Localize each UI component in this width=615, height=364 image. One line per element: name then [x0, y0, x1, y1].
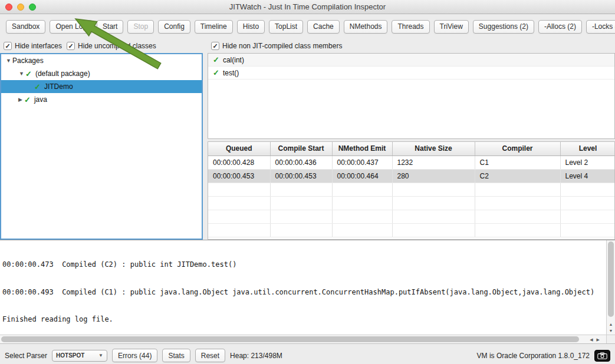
toplist-button[interactable]: TopList [269, 20, 303, 34]
scroll-up-icon[interactable]: ▲ [607, 321, 615, 327]
cell-queued: 00:00:00.453 [208, 169, 270, 183]
stats-button[interactable]: Stats [162, 349, 190, 362]
cell-queued: 00:00:00.428 [208, 155, 270, 169]
log-line: 00:00:00.493 Compiled (C1) : public java… [2, 288, 604, 297]
member-item-cal[interactable]: ✓ cal(int) [208, 54, 614, 67]
horizontal-scrollbar[interactable]: ◀▶ [0, 335, 606, 343]
tree-item-packages[interactable]: ▼ Packages [1, 54, 202, 67]
column-header-compiler[interactable]: Compiler [475, 142, 560, 155]
column-header-queued[interactable]: Queued [208, 142, 270, 155]
titlebar: JITWatch - Just In Time Compilation Insp… [0, 0, 615, 14]
column-header-nmethod-emit[interactable]: NMethod Emit [332, 142, 392, 155]
parser-dropdown[interactable]: HOTSPOT ▼ [52, 350, 107, 362]
open-log-button[interactable]: Open Log [50, 20, 93, 34]
timeline-button[interactable]: Timeline [195, 20, 233, 34]
cell-level: Level 2 [560, 155, 615, 169]
parser-dropdown-value: HOTSPOT [56, 352, 84, 359]
locks-button[interactable]: -Locks (0) [586, 20, 615, 34]
hide-interfaces-checkbox[interactable]: ✓ Hide interfaces [4, 42, 62, 50]
checkbox-check-icon: ✓ [67, 42, 75, 50]
compiled-check-icon: ✓ [213, 68, 219, 77]
member-item-test[interactable]: ✓ test() [208, 67, 614, 80]
scroll-left-right-icons[interactable]: ◀▶ [590, 336, 603, 343]
jitwatch-window: JITWatch - Just In Time Compilation Insp… [0, 0, 615, 364]
stop-button[interactable]: Stop [127, 20, 154, 34]
cache-button[interactable]: Cache [307, 20, 340, 34]
camera-icon [597, 352, 607, 359]
allocs-button[interactable]: -Allocs (2) [538, 20, 582, 34]
member-panel-header: ✓ Hide non JIT-compiled class members [208, 39, 615, 53]
tree-item-label: Packages [12, 57, 44, 65]
vm-info-label: VM is Oracle Corporation 1.8.0_172 [477, 352, 590, 360]
cell-native-size: 1232 [392, 155, 475, 169]
checkbox-check-icon: ✓ [4, 42, 12, 50]
member-label: cal(int) [223, 56, 244, 64]
table-empty-row [208, 183, 615, 196]
hide-non-jit-label: Hide non JIT-compiled class members [222, 42, 342, 50]
hide-interfaces-label: Hide interfaces [15, 42, 62, 50]
sandbox-button[interactable]: Sandbox [6, 20, 45, 34]
disclosure-open-icon[interactable]: ▼ [5, 58, 12, 64]
log-area: 00:00:00.473 Compiled (C2) : public int … [0, 240, 615, 344]
table-empty-row [208, 210, 615, 223]
table-header-row: Queued Compile Start NMethod Emit Native… [208, 142, 615, 155]
nmethods-button[interactable]: NMethods [344, 20, 388, 34]
vertical-scrollbar-thumb[interactable] [608, 241, 614, 317]
compiled-check-icon: ✓ [25, 70, 32, 78]
reset-button[interactable]: Reset [195, 349, 225, 362]
column-header-native-size[interactable]: Native Size [392, 142, 475, 155]
column-header-level[interactable]: Level [560, 142, 615, 155]
tree-item-label: (default package) [35, 70, 90, 78]
package-panel-header: ✓ Hide interfaces ✓ Hide uncompiled clas… [0, 39, 203, 53]
disclosure-open-icon[interactable]: ▼ [18, 71, 25, 77]
tree-item-label: JITDemo [44, 82, 73, 91]
tree-item-java[interactable]: ▶ ✓ java [1, 93, 202, 106]
member-list: ✓ cal(int) ✓ test() [208, 53, 615, 139]
member-label: test() [223, 69, 239, 77]
package-panel: ✓ Hide interfaces ✓ Hide uncompiled clas… [0, 39, 203, 240]
log-output[interactable]: 00:00:00.473 Compiled (C2) : public int … [0, 240, 606, 335]
hide-uncompiled-checkbox[interactable]: ✓ Hide uncompiled classes [67, 42, 156, 50]
screenshot-button[interactable] [594, 350, 610, 362]
vertical-scrollbar[interactable]: ▲ ▼ [606, 240, 615, 335]
threads-button[interactable]: Threads [392, 20, 429, 34]
start-button[interactable]: Start [97, 20, 123, 34]
cell-compiler: C2 [475, 169, 560, 183]
config-button[interactable]: Config [158, 20, 190, 34]
member-panel: ✓ Hide non JIT-compiled class members ✓ … [208, 39, 615, 139]
suggestions-button[interactable]: Suggestions (2) [473, 20, 534, 34]
scroll-down-icon[interactable]: ▼ [607, 327, 615, 334]
cell-compile-start: 00:00:00.453 [270, 169, 332, 183]
package-tree: ▼ Packages ▼ ✓ (default package) ✓ JITDe… [0, 53, 203, 240]
heap-label: Heap: 213/498M [230, 352, 282, 360]
table-empty-row [208, 196, 615, 210]
cell-nmethod-emit: 00:00:00.437 [332, 155, 392, 169]
tree-item-label: java [34, 95, 47, 104]
window-title: JITWatch - Just In Time Compilation Insp… [0, 2, 615, 11]
cell-compile-start: 00:00:00.436 [270, 155, 332, 169]
disclosure-closed-icon[interactable]: ▶ [17, 97, 24, 102]
triview-button[interactable]: TriView [434, 20, 469, 34]
hide-non-jit-checkbox[interactable]: ✓ Hide non JIT-compiled class members [211, 42, 342, 50]
main-toolbar: Sandbox Open Log Start Stop Config Timel… [0, 15, 615, 38]
histo-button[interactable]: Histo [237, 20, 265, 34]
cell-native-size: 280 [392, 169, 475, 183]
tree-item-jitdemo[interactable]: ✓ JITDemo [1, 80, 202, 93]
errors-button[interactable]: Errors (44) [112, 349, 157, 362]
tree-item-default-package[interactable]: ▼ ✓ (default package) [1, 67, 202, 80]
log-line: Finished reading log file. [2, 315, 604, 325]
chevron-down-icon: ▼ [98, 353, 103, 358]
compilation-table: Queued Compile Start NMethod Emit Native… [208, 141, 615, 240]
compiled-check-icon: ✓ [213, 55, 219, 64]
table-row[interactable]: 00:00:00.453 00:00:00.453 00:00:00.464 2… [208, 169, 615, 183]
log-line: 00:00:00.473 Compiled (C2) : public int … [2, 260, 604, 270]
horizontal-scrollbar-thumb[interactable] [1, 336, 579, 342]
compiled-check-icon: ✓ [24, 95, 31, 104]
cell-nmethod-emit: 00:00:00.464 [332, 169, 392, 183]
table-row[interactable]: 00:00:00.428 00:00:00.436 00:00:00.437 1… [208, 155, 615, 169]
table-empty-row [208, 223, 615, 237]
cell-compiler: C1 [475, 155, 560, 169]
checkbox-check-icon: ✓ [211, 42, 219, 50]
select-parser-label: Select Parser [5, 352, 47, 360]
column-header-compile-start[interactable]: Compile Start [270, 142, 332, 155]
